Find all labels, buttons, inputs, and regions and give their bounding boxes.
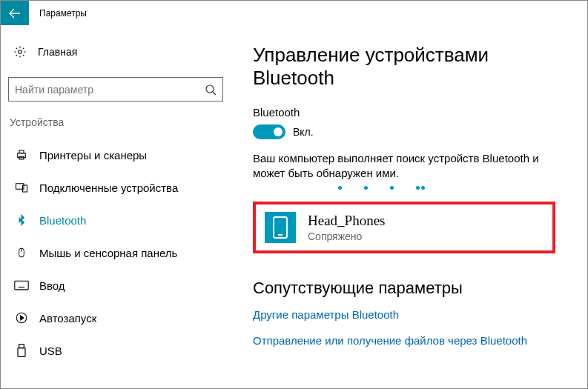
bluetooth-icon: [14, 213, 29, 227]
link-send-receive-files[interactable]: Отправление или получение файлов через B…: [253, 334, 572, 347]
search-box[interactable]: [8, 77, 223, 102]
bluetooth-toggle[interactable]: [253, 124, 285, 139]
devices-icon: [14, 180, 29, 195]
sidebar-item-home[interactable]: Главная: [8, 40, 231, 64]
svg-point-0: [19, 50, 22, 54]
usb-icon: [14, 343, 29, 358]
keyboard-icon: [14, 278, 29, 293]
titlebar: Параметры: [1, 1, 587, 25]
phone-icon: [265, 212, 296, 243]
search-icon: [203, 82, 218, 97]
progress-dots: [253, 186, 572, 190]
sidebar-item-usb[interactable]: USB: [1, 334, 231, 367]
sidebar-item-label: Ввод: [39, 279, 65, 292]
sidebar-item-label: Bluetooth: [39, 214, 86, 227]
sidebar-item-label: USB: [39, 345, 62, 357]
window-title: Параметры: [39, 8, 87, 19]
autoplay-icon: [14, 310, 29, 325]
related-heading: Сопутствующие параметры: [253, 279, 572, 298]
sidebar-category: Устройства: [8, 116, 231, 128]
page-heading: Управление устройствами Bluetooth: [253, 44, 572, 90]
device-status: Сопряжено: [308, 230, 385, 242]
svg-point-1: [206, 85, 214, 93]
device-entry[interactable]: Head_Phones Сопряжено: [253, 202, 555, 253]
sidebar-item-typing[interactable]: Ввод: [1, 269, 231, 302]
svg-rect-4: [19, 150, 24, 153]
bluetooth-description: Ваш компьютер выполняет поиск устройств …: [253, 151, 561, 182]
main-panel: Управление устройствами Bluetooth Blueto…: [231, 25, 587, 388]
svg-rect-18: [18, 348, 25, 357]
sidebar-item-label: Принтеры и сканеры: [39, 149, 147, 162]
sidebar-nav: Принтеры и сканеры Подключенные устройст…: [1, 139, 231, 367]
svg-rect-3: [18, 153, 26, 158]
printer-icon: [14, 147, 29, 162]
bluetooth-label: Bluetooth: [253, 106, 572, 119]
toggle-state-label: Вкл.: [293, 126, 314, 138]
svg-rect-17: [19, 345, 24, 348]
sidebar-item-label: Автозапуск: [39, 312, 96, 325]
arrow-left-icon: [7, 6, 22, 21]
sidebar-item-printers[interactable]: Принтеры и сканеры: [1, 139, 231, 171]
gear-icon: [13, 44, 27, 59]
svg-rect-7: [23, 185, 27, 192]
link-more-bluetooth[interactable]: Другие параметры Bluetooth: [253, 308, 572, 321]
search-input[interactable]: [15, 84, 203, 96]
sidebar-item-mouse[interactable]: Мышь и сенсорная панель: [1, 236, 231, 269]
sidebar-item-bluetooth[interactable]: Bluetooth: [1, 204, 231, 236]
svg-line-2: [213, 92, 216, 95]
sidebar-item-label: Мышь и сенсорная панель: [39, 247, 177, 259]
device-name: Head_Phones: [308, 213, 385, 229]
svg-rect-10: [15, 281, 28, 290]
back-button[interactable]: [1, 1, 29, 25]
sidebar-item-label: Подключенные устройства: [39, 182, 178, 194]
mouse-icon: [14, 245, 29, 260]
sidebar-item-autoplay[interactable]: Автозапуск: [1, 302, 231, 334]
sidebar-home-label: Главная: [38, 46, 77, 58]
sidebar-item-connected[interactable]: Подключенные устройства: [1, 171, 231, 204]
sidebar: Главная Устройства Принтеры и сканеры По…: [1, 25, 231, 388]
